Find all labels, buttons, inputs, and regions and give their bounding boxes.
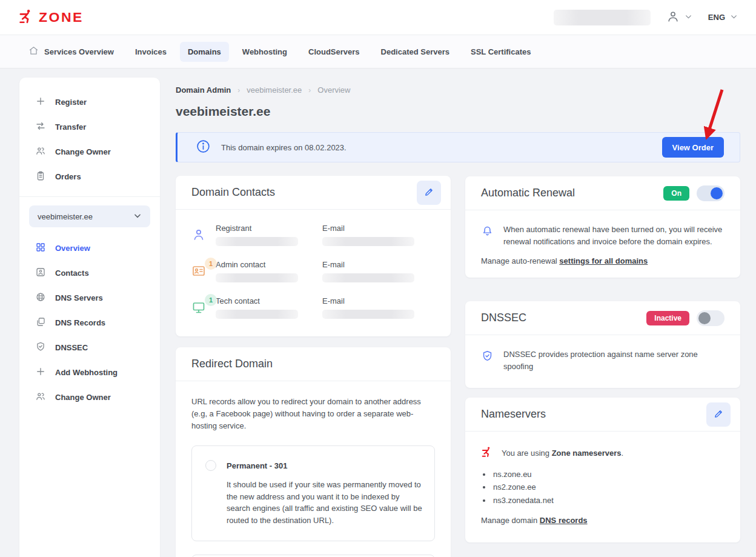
clipboard-icon [35,170,46,183]
status-badge-on: On [663,186,689,201]
contact-email-redacted [322,310,414,319]
sidebar-item-change-owner-2[interactable]: Change Owner [19,385,160,410]
contact-row-tech: 1 Tech contact E-mail [176,282,451,319]
shield-check-icon [35,341,46,354]
view-order-button[interactable]: View Order [662,137,724,158]
primary-nav: Services Overview Invoices Domains Webho… [0,35,756,68]
plus-icon [35,366,46,379]
nav-services-overview[interactable]: Services Overview [21,40,122,63]
nameserver-item: ns2.zone.ee [492,481,740,493]
contact-count-badge: 1 [205,258,217,270]
zone-logo[interactable]: ZONE [18,8,84,27]
status-badge-inactive: Inactive [646,311,689,325]
contact-card-icon [35,267,46,279]
contact-row-registrant: Registrant E-mail [176,210,451,246]
sidebar-item-overview[interactable]: Overview [19,236,160,261]
top-header: ZONE ENG [0,0,756,35]
chevron-down-icon [133,212,142,222]
domain-selector-dropdown[interactable]: veebimeister.ee [29,205,150,227]
person-icon [666,10,680,25]
nameserver-item: ns.zone.eu [492,468,740,481]
nameserver-list: ns.zone.eu ns2.zone.ee ns3.zonedata.net [492,468,740,507]
person-icon [191,235,206,244]
option-description: It should be used if your site was perma… [227,479,422,526]
domain-contacts-card: Domain Contacts Registrant E-mail 1 [176,176,451,336]
breadcrumb: Domain Admin › veebimeister.ee › Overvie… [176,85,351,95]
nav-ssl-certificates[interactable]: SSL Certificates [463,42,539,62]
dnssec-card: DNSSEC Inactive DNSSEC provides protecti… [465,301,740,388]
zone-runner-icon [18,8,35,27]
auto-renewal-toggle[interactable] [697,185,724,201]
bell-icon [481,224,494,247]
language-selector[interactable]: ENG [708,13,738,22]
settings-for-all-domains-link[interactable]: settings for all domains [559,256,648,265]
automatic-renewal-card: Automatic Renewal On When automatic rene… [465,176,740,278]
sidebar-divider [19,196,160,197]
home-icon [28,45,39,58]
pencil-icon [424,187,434,199]
chevron-down-icon [685,13,692,22]
nav-domains[interactable]: Domains [180,42,229,62]
sidebar-item-change-owner[interactable]: Change Owner [19,139,160,164]
nameserver-item: ns3.zonedata.net [492,494,740,507]
redirect-option-302: Redirect - 302 [191,555,435,557]
breadcrumb-overview: Overview [317,85,350,95]
chevron-right-icon: › [237,86,240,95]
chevron-right-icon: › [308,86,311,95]
sidebar-item-contacts[interactable]: Contacts [19,261,160,285]
copy-icon [35,316,46,329]
contact-role-label: Registrant [216,224,322,233]
zone-runner-icon [481,446,493,460]
people-icon [35,391,46,404]
card-title: Nameservers [481,408,546,421]
contact-email-redacted [322,273,414,282]
contact-name-redacted [216,310,298,319]
breadcrumb-domain-admin[interactable]: Domain Admin [176,85,231,95]
sidebar-item-transfer[interactable]: Transfer [19,115,160,139]
breadcrumb-domain[interactable]: veebimeister.ee [247,85,302,95]
shield-check-icon [481,349,494,372]
dnssec-toggle[interactable] [697,310,724,326]
card-title: DNSSEC [481,312,526,324]
renewal-description: When automatic renewal have been turned … [503,224,724,247]
globe-icon [35,292,46,304]
redirect-description: URL records allow you to redirect your d… [191,396,435,432]
info-icon [196,139,211,156]
nameservers-intro: You are using Zone nameservers. [465,432,740,460]
contact-count-badge: 1 [205,294,217,306]
sidebar-item-add-webhosting[interactable]: Add Webhosting [19,360,160,385]
sidebar-item-register[interactable]: Register [19,90,160,115]
contact-name-redacted [216,237,298,246]
toggle-knob [698,312,711,324]
domain-sidebar: Register Transfer Change Owner Orders ve… [19,78,160,557]
contact-role-label: Admin contact [216,260,322,269]
nameservers-card: Nameservers You are using Zone nameserve… [465,398,740,542]
sidebar-item-dnssec[interactable]: DNSSEC [19,335,160,360]
username-redacted [554,10,651,25]
email-label: E-mail [322,260,435,269]
option-label: Permanent - 301 [227,460,422,470]
email-label: E-mail [322,296,435,305]
nav-webhosting[interactable]: Webhosting [234,42,295,62]
nav-invoices[interactable]: Invoices [127,42,174,62]
account-menu[interactable] [666,10,692,25]
transfer-arrows-icon [35,121,46,133]
sidebar-item-orders[interactable]: Orders [19,164,160,189]
toggle-knob [711,187,723,199]
radio-permanent-301[interactable] [205,460,216,471]
redirect-domain-card: Redirect Domain URL records allow you to… [176,347,451,557]
chevron-down-icon [730,13,738,22]
email-label: E-mail [322,224,435,233]
dns-records-link[interactable]: DNS records [540,516,588,525]
nav-dedicated-servers[interactable]: Dedicated Servers [373,42,457,62]
sidebar-item-dns-records[interactable]: DNS Records [19,310,160,335]
dnssec-description: DNSSEC provides protection against name … [503,349,724,372]
manage-dns-records: Manage domain DNS records [465,507,740,525]
grid-icon [35,242,46,255]
manage-auto-renewal: Manage auto-renewal settings for all dom… [465,247,740,265]
sidebar-item-dns-servers[interactable]: DNS Servers [19,285,160,310]
edit-contacts-button[interactable] [417,181,441,205]
language-code: ENG [708,13,725,22]
nav-cloudservers[interactable]: CloudServers [300,42,368,62]
edit-nameservers-button[interactable] [706,402,731,427]
